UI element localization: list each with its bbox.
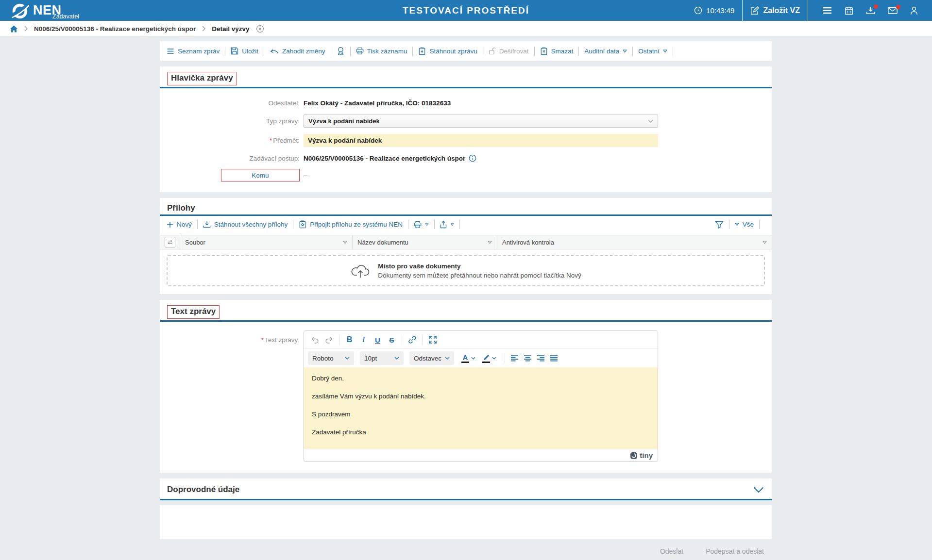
info-icon[interactable] xyxy=(469,154,476,162)
pripojit-prilohu-nen-button[interactable]: Připojit přílohu ze systému NEN xyxy=(299,220,403,229)
messages-badge xyxy=(896,5,900,9)
typ-zpravy-label: Typ zprávy: xyxy=(160,117,304,125)
breadcrumb-current-tab[interactable]: Detail výzvy xyxy=(212,25,249,33)
calendar-button[interactable] xyxy=(845,6,853,15)
clipboard-gear-icon xyxy=(299,220,306,229)
column-header-soubor[interactable]: Soubor xyxy=(180,235,353,249)
seznam-zprav-button[interactable]: Seznam zpráv xyxy=(167,48,220,55)
predmet-input[interactable] xyxy=(304,134,658,147)
message-paragraph: zasíláme Vám výzvu k podání nabídek. xyxy=(312,392,650,400)
chevron-down-icon xyxy=(345,357,350,360)
plus-icon xyxy=(167,221,173,228)
komu-highlight-box: Komu xyxy=(221,169,300,181)
column-header-nazev-dokumentu[interactable]: Název dokumentu xyxy=(353,235,497,249)
seal-button[interactable] xyxy=(337,47,345,56)
strikethrough-button[interactable]: S xyxy=(385,333,399,347)
server-time: 10:43:49 xyxy=(694,6,734,15)
link-button[interactable] xyxy=(405,333,419,347)
redo-button[interactable] xyxy=(322,333,336,347)
ostatni-button[interactable]: Ostatní xyxy=(638,48,667,55)
underline-button[interactable]: U xyxy=(371,333,385,347)
fullscreen-button[interactable] xyxy=(425,333,440,347)
close-tab-button[interactable] xyxy=(256,25,264,33)
stahnout-vsechny-prilohy-button[interactable]: Stáhnout všechny přílohy xyxy=(203,221,288,228)
tisk-zaznamu-button[interactable]: Tisk záznamu xyxy=(356,47,407,55)
rich-text-editor: B I U S xyxy=(304,330,658,462)
print-attachments-button[interactable] xyxy=(414,221,429,229)
stahnout-zpravu-button[interactable]: Stáhnout zprávu xyxy=(418,47,477,55)
message-paragraph: Dobrý den, xyxy=(312,374,650,382)
italic-button[interactable]: I xyxy=(356,333,371,347)
logo-subtitle: Zadavatel xyxy=(52,13,79,20)
font-family-select[interactable]: Roboto xyxy=(308,351,354,365)
auditni-data-button[interactable]: Auditní data xyxy=(584,48,627,55)
app-header: TESTOVACÍ PROSTŘEDÍ NEN Zadavatel 10:43:… xyxy=(0,0,932,21)
nen-logo[interactable]: NEN Zadavatel xyxy=(0,1,62,20)
column-settings-cell xyxy=(160,235,180,249)
odeslat-button[interactable]: Odeslat xyxy=(660,547,683,555)
zalozit-vz-button[interactable]: Založit VZ xyxy=(750,6,800,15)
home-icon xyxy=(10,25,18,33)
tiny-brand-link[interactable]: tiny xyxy=(630,451,653,460)
dropzone-title: Místo pro vaše dokumenty xyxy=(378,263,581,270)
export-attachments-button[interactable] xyxy=(440,221,454,229)
compose-icon xyxy=(750,6,759,15)
main-content: Seznam zpráv Uložit Zahodit změny xyxy=(160,41,772,555)
filter-button[interactable] xyxy=(715,221,724,229)
chevron-down-icon xyxy=(492,357,496,360)
breadcrumb-procedure[interactable]: N006/25/V00005136 - Realizace energetick… xyxy=(34,25,196,33)
section-doprovodne-udaje: Doprovodné údaje xyxy=(160,478,772,500)
file-dropzone[interactable]: Místo pro vaše dokumenty Dokumenty sem m… xyxy=(167,255,765,286)
message-body-editor[interactable]: Dobrý den, zasíláme Vám výzvu k podání n… xyxy=(304,367,658,449)
smazat-button[interactable]: Smazat xyxy=(540,47,574,55)
section-text-zpravy: Text zprávy *Text zprávy: xyxy=(160,300,772,473)
main-menu-button[interactable] xyxy=(822,7,832,14)
column-settings-icon[interactable] xyxy=(165,237,175,247)
caret-down-icon xyxy=(484,241,492,244)
zahodit-zmeny-button[interactable]: Zahodit změny xyxy=(270,48,325,55)
chevron-down-icon xyxy=(445,357,450,360)
undo-button[interactable] xyxy=(308,333,322,347)
server-time-value: 10:43:49 xyxy=(706,6,734,15)
expand-section-button[interactable] xyxy=(753,487,764,493)
align-justify-button[interactable] xyxy=(547,351,560,365)
dropzone-subtitle: Dokumenty sem můžete přetáhnout nebo nah… xyxy=(378,272,581,279)
novy-button[interactable]: Nový xyxy=(167,221,192,228)
desifrovat-button[interactable]: Dešifrovat xyxy=(489,47,529,55)
podepsat-a-odeslat-button[interactable]: Podepsat a odeslat xyxy=(706,547,764,555)
section-title-hlavicka: Hlavička zprávy xyxy=(171,73,233,83)
align-center-button[interactable] xyxy=(521,351,534,365)
save-icon xyxy=(231,47,238,55)
downloads-badge xyxy=(874,4,878,9)
message-toolbar: Seznam zpráv Uložit Zahodit změny xyxy=(160,41,772,61)
home-button[interactable] xyxy=(10,25,18,33)
highlight-color-button[interactable] xyxy=(481,354,498,363)
vse-filter-button[interactable]: Vše xyxy=(735,221,754,228)
header-divider xyxy=(742,0,743,21)
column-header-antivirova-kontrola[interactable]: Antivirová kontrola xyxy=(497,235,772,249)
bold-button[interactable]: B xyxy=(342,333,356,347)
align-left-button[interactable] xyxy=(508,351,521,365)
attachments-table-header: Soubor Název dokumentu Antivirová kontro… xyxy=(160,235,772,249)
nen-logo-icon xyxy=(11,1,29,20)
editor-statusbar: tiny xyxy=(304,449,658,461)
komu-value: – xyxy=(304,171,307,179)
align-right-button[interactable] xyxy=(534,351,547,365)
block-format-select[interactable]: Odstavec xyxy=(409,351,454,365)
profile-button[interactable] xyxy=(910,6,918,15)
header-divider xyxy=(808,0,808,21)
caret-down-icon xyxy=(759,241,767,244)
zadavaci-postup-label: Zadávací postup: xyxy=(160,155,304,162)
discard-undo-icon xyxy=(270,48,279,54)
downloads-button[interactable] xyxy=(866,6,875,15)
message-paragraph: S pozdravem xyxy=(312,410,650,418)
komu-button[interactable]: Komu xyxy=(252,172,269,179)
typ-zpravy-select[interactable]: Výzva k podání nabídek xyxy=(304,115,658,128)
section-hlavicka-zpravy: Hlavička zprávy Odesílatel: Felix Okátý … xyxy=(160,66,772,192)
font-size-select[interactable]: 10pt xyxy=(360,351,404,365)
ulozit-button[interactable]: Uložit xyxy=(231,47,258,55)
text-color-button[interactable]: A xyxy=(460,354,477,363)
highlighter-pen-icon xyxy=(483,354,490,361)
cloud-upload-icon xyxy=(350,263,371,279)
messages-button[interactable] xyxy=(888,7,898,14)
